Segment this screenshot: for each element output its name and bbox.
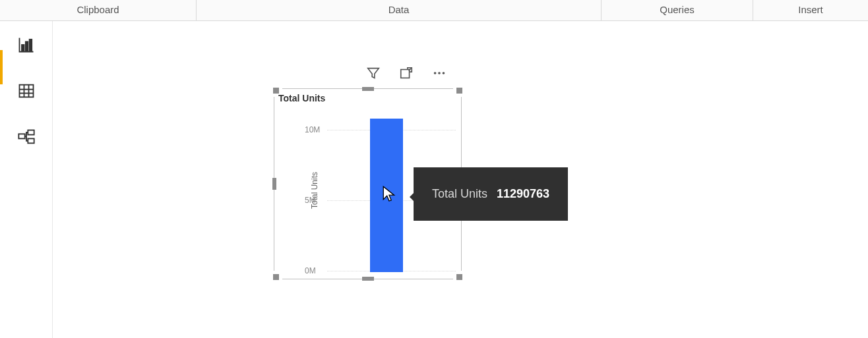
chart-title: Total Units	[278, 93, 325, 103]
ribbon-tab-insert[interactable]: Insert	[753, 0, 868, 20]
table-icon	[17, 82, 36, 100]
filter-icon[interactable]	[366, 66, 381, 83]
y-tick-label: 5M	[305, 196, 316, 205]
svg-point-12	[434, 72, 437, 74]
ribbon-tab-data[interactable]: Data	[197, 0, 602, 20]
ribbon-tabs: Clipboard Data Queries Insert	[0, 0, 868, 21]
resize-handle-tr[interactable]	[453, 88, 462, 97]
svg-rect-10	[28, 138, 34, 143]
y-tick-label: 0M	[305, 266, 316, 275]
svg-point-14	[443, 72, 445, 74]
resize-handle-br[interactable]	[453, 271, 462, 280]
y-axis: 10M 5M 0M	[305, 109, 325, 272]
bar-chart-icon	[17, 36, 36, 54]
data-tooltip: Total Units 11290763	[414, 167, 568, 221]
svg-rect-0	[22, 45, 24, 51]
data-view-button[interactable]	[0, 79, 53, 103]
model-view-button[interactable]	[0, 125, 53, 149]
model-icon	[17, 128, 36, 146]
svg-point-13	[438, 72, 441, 74]
ribbon-tab-clipboard[interactable]: Clipboard	[0, 0, 197, 20]
y-tick-label: 10M	[305, 125, 320, 134]
left-nav-rail	[0, 21, 53, 338]
data-bar[interactable]	[370, 119, 403, 272]
svg-rect-8	[18, 134, 24, 138]
focus-mode-icon[interactable]	[399, 66, 414, 83]
more-options-icon[interactable]	[432, 66, 447, 83]
svg-rect-3	[19, 85, 33, 98]
svg-rect-9	[28, 130, 34, 135]
svg-rect-2	[29, 40, 32, 51]
svg-rect-11	[401, 70, 410, 78]
active-view-indicator	[0, 50, 3, 84]
tooltip-label: Total Units	[432, 187, 487, 201]
svg-rect-1	[25, 42, 28, 51]
visual-floating-toolbar	[366, 66, 447, 83]
resize-handle-bottom[interactable]	[362, 277, 374, 281]
resize-handle-left[interactable]	[272, 178, 276, 190]
tooltip-value: 11290763	[497, 187, 549, 201]
ribbon-tab-queries[interactable]: Queries	[602, 0, 753, 20]
resize-handle-bl[interactable]	[273, 271, 282, 280]
resize-handle-top[interactable]	[362, 87, 374, 91]
report-view-button[interactable]	[0, 33, 53, 57]
